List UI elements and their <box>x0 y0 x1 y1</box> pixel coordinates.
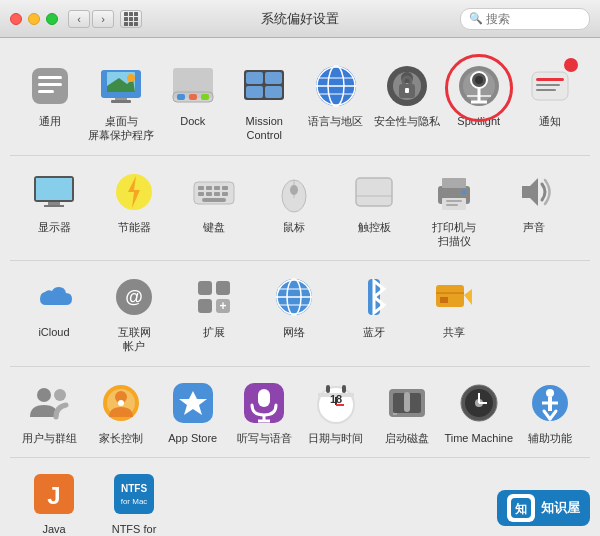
icon-timemachine <box>455 379 503 427</box>
search-box[interactable]: 🔍 <box>460 8 590 30</box>
icon-spotlight <box>455 62 503 110</box>
pref-item-timemachine[interactable]: Time Machine <box>443 375 515 449</box>
pref-item-datetime[interactable]: 18日期与时间 <box>300 375 372 449</box>
label-trackpad: 触控板 <box>358 220 391 234</box>
svg-text:知: 知 <box>514 502 527 516</box>
svg-point-113 <box>546 389 554 397</box>
pref-item-appstore[interactable]: App Store <box>157 375 229 449</box>
pref-item-users[interactable]: 用户与群组 <box>14 375 86 449</box>
svg-rect-52 <box>222 186 228 190</box>
search-icon: 🔍 <box>469 12 483 25</box>
svg-point-90 <box>118 400 124 406</box>
pref-item-startup[interactable]: 启动磁盘 <box>372 375 444 449</box>
pref-item-sound[interactable]: 声音 <box>494 164 574 238</box>
svg-text:NTFS: NTFS <box>121 483 147 494</box>
svg-rect-17 <box>246 86 263 98</box>
pref-item-internet[interactable]: @互联网 帐户 <box>94 269 174 358</box>
svg-rect-97 <box>326 385 330 393</box>
svg-rect-31 <box>405 88 409 93</box>
svg-rect-51 <box>214 186 220 190</box>
svg-point-86 <box>54 389 66 401</box>
label-startup: 启动磁盘 <box>385 431 429 445</box>
maximize-button[interactable] <box>46 13 58 25</box>
svg-rect-46 <box>44 205 64 207</box>
svg-rect-120 <box>114 474 154 514</box>
label-appstore: App Store <box>168 431 217 445</box>
icon-mission <box>240 62 288 110</box>
pref-item-display[interactable]: 显示器 <box>14 164 94 238</box>
svg-text:+: + <box>219 299 226 313</box>
pref-item-dock[interactable]: Dock <box>157 58 229 132</box>
pref-item-extensions[interactable]: +扩展 <box>174 269 254 343</box>
svg-rect-13 <box>201 94 209 100</box>
pref-item-language[interactable]: 语言与地区 <box>300 58 372 132</box>
icon-security <box>383 62 431 110</box>
icon-language <box>312 62 360 110</box>
label-users: 用户与群组 <box>22 431 77 445</box>
svg-rect-18 <box>265 86 282 98</box>
svg-rect-53 <box>198 192 204 196</box>
icon-desktop <box>97 62 145 110</box>
grid-icon <box>124 12 138 26</box>
icon-mouse <box>270 168 318 216</box>
svg-rect-83 <box>436 285 464 307</box>
svg-rect-12 <box>189 94 197 100</box>
minimize-button[interactable] <box>28 13 40 25</box>
pref-item-spotlight[interactable]: Spotlight <box>443 58 515 132</box>
icon-row: 显示器节能器键盘鼠标触控板打印机与 扫描仪声音 <box>10 156 590 262</box>
icon-network <box>270 273 318 321</box>
icon-bluetooth <box>350 273 398 321</box>
pref-item-access[interactable]: 辅助功能 <box>515 375 587 449</box>
icon-trackpad <box>350 168 398 216</box>
svg-rect-56 <box>222 192 228 196</box>
svg-rect-106 <box>393 413 397 415</box>
svg-point-68 <box>462 190 466 194</box>
icon-appstore <box>169 379 217 427</box>
svg-rect-40 <box>536 78 564 81</box>
pref-item-printer[interactable]: 打印机与 扫描仪 <box>414 164 494 253</box>
pref-item-notification[interactable]: 通知 <box>515 58 587 132</box>
pref-item-parental[interactable]: 家长控制 <box>86 375 158 449</box>
pref-item-trackpad[interactable]: 触控板 <box>334 164 414 238</box>
watermark-icon: 知 <box>507 494 535 522</box>
pref-item-general[interactable]: 通用 <box>14 58 86 132</box>
pref-item-mission[interactable]: Mission Control <box>229 58 301 147</box>
label-icloud: iCloud <box>38 325 69 339</box>
svg-rect-44 <box>36 178 72 200</box>
svg-rect-64 <box>442 178 466 188</box>
traffic-lights <box>10 13 58 25</box>
pref-item-network[interactable]: 网络 <box>254 269 334 343</box>
search-input[interactable] <box>486 12 581 26</box>
pref-item-energy[interactable]: 节能器 <box>94 164 174 238</box>
pref-item-dictation[interactable]: 听写与语音 <box>229 375 301 449</box>
pref-item-icloud[interactable]: iCloud <box>14 269 94 343</box>
svg-rect-2 <box>38 83 62 86</box>
label-internet: 互联网 帐户 <box>118 325 151 354</box>
pref-item-ntfs[interactable]: NTFSfor MacNTFS for Mac OS X <box>94 466 174 536</box>
icon-keyboard <box>190 168 238 216</box>
svg-text:J: J <box>47 482 60 509</box>
pref-item-bluetooth[interactable]: 蓝牙 <box>334 269 414 343</box>
label-security: 安全性与隐私 <box>374 114 440 128</box>
forward-button[interactable]: › <box>92 10 114 28</box>
pref-item-keyboard[interactable]: 键盘 <box>174 164 254 238</box>
pref-item-sharing[interactable]: 共享 <box>414 269 494 343</box>
pref-item-desktop[interactable]: 桌面与 屏幕保护程序 <box>86 58 158 147</box>
icon-sound <box>510 168 558 216</box>
label-mission: Mission Control <box>246 114 283 143</box>
svg-rect-57 <box>202 198 226 202</box>
pref-item-mouse[interactable]: 鼠标 <box>254 164 334 238</box>
icon-extensions: + <box>190 273 238 321</box>
icon-java: J <box>30 470 78 518</box>
svg-rect-49 <box>198 186 204 190</box>
back-button[interactable]: ‹ <box>68 10 90 28</box>
view-all-button[interactable] <box>120 10 142 28</box>
svg-text:for Mac: for Mac <box>121 497 148 506</box>
close-button[interactable] <box>10 13 22 25</box>
pref-item-java[interactable]: JJava <box>14 466 94 536</box>
watermark: 知 知识屋 <box>497 490 590 526</box>
svg-point-85 <box>37 388 51 402</box>
label-access: 辅助功能 <box>528 431 572 445</box>
pref-item-security[interactable]: 安全性与隐私 <box>372 58 444 132</box>
svg-rect-71 <box>198 281 212 295</box>
